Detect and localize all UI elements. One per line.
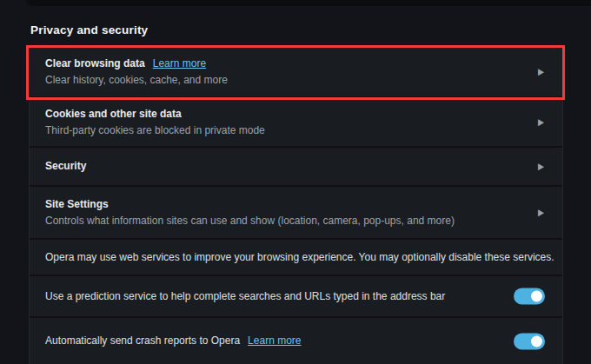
chevron-right-icon: ▶ (538, 162, 544, 170)
setting-label: Use a prediction service to help complet… (45, 289, 528, 303)
row-web-services-info: Opera may use web services to improve yo… (30, 240, 562, 276)
row-title: Cookies and other site data (45, 106, 182, 122)
row-security[interactable]: Security ▶ (30, 148, 562, 187)
crash-reports-toggle[interactable] (514, 333, 545, 349)
chevron-right-icon: ▶ (538, 68, 544, 76)
setting-label: Automatically send crash reports to Oper… (45, 334, 240, 347)
chevron-right-icon: ▶ (538, 117, 544, 126)
row-subtitle: Clear history, cookies, cache, and more (45, 72, 528, 89)
learn-more-link[interactable]: Learn more (248, 333, 301, 349)
toolbar-bottom-edge (26, 0, 591, 6)
row-title: Site Settings (45, 196, 109, 213)
row-crash-reports[interactable]: Automatically send crash reports to Oper… (30, 318, 562, 364)
toggle-knob (531, 335, 542, 347)
toggle-knob (531, 291, 542, 302)
learn-more-link[interactable]: Learn more (153, 56, 206, 72)
info-text: Opera may use web services to improve yo… (45, 250, 528, 264)
chevron-right-icon: ▶ (538, 208, 544, 216)
row-prediction-service[interactable]: Use a prediction service to help complet… (30, 276, 562, 318)
row-cookies-site-data[interactable]: Cookies and other site data Third-party … (30, 98, 562, 148)
row-clear-browsing-data[interactable]: Clear browsing data Learn more Clear his… (30, 48, 562, 98)
row-site-settings[interactable]: Site Settings Controls what information … (30, 187, 562, 240)
settings-list: Clear browsing data Learn more Clear his… (29, 48, 563, 364)
row-title: Security (45, 158, 86, 175)
row-subtitle: Third-party cookies are blocked in priva… (45, 122, 528, 139)
prediction-service-toggle[interactable] (514, 288, 545, 305)
page-title: Privacy and security (30, 23, 148, 36)
row-subtitle: Controls what information sites can use … (45, 213, 528, 229)
row-title: Clear browsing data (45, 56, 145, 72)
